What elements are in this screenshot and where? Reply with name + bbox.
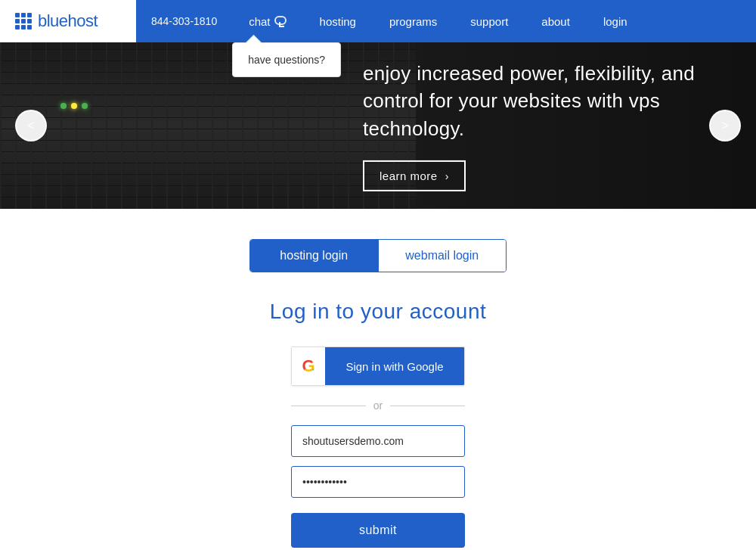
nav-support-label: support [470, 15, 508, 28]
learn-more-button[interactable]: learn more › [363, 160, 466, 191]
learn-more-label: learn more [380, 169, 438, 182]
nav-item-chat[interactable]: chat have questions? [232, 0, 302, 42]
hero-banner: < enjoy increased power, flexibility, an… [0, 42, 756, 209]
server-light-green2 [82, 103, 88, 109]
banner-prev-button[interactable]: < [15, 110, 47, 141]
banner-content: enjoy increased power, flexibility, and … [363, 60, 696, 191]
main-nav: chat have questions? hosting programs su… [232, 0, 643, 42]
logo-area[interactable]: bluehost [0, 0, 136, 42]
phone-number[interactable]: 844-303-1810 [136, 15, 232, 27]
google-g-icon: G [302, 356, 314, 376]
nav-item-login[interactable]: login [587, 0, 644, 42]
google-signin-button[interactable]: G Sign in with Google [291, 346, 465, 386]
google-icon-box: G [292, 347, 325, 385]
nav-item-support[interactable]: support [454, 0, 525, 42]
login-heading: Log in to your account [270, 300, 487, 324]
banner-title: enjoy increased power, flexibility, and … [363, 60, 696, 142]
nav-item-about[interactable]: about [525, 0, 587, 42]
nav-item-programs[interactable]: programs [373, 0, 454, 42]
password-field[interactable] [291, 466, 465, 498]
main-content: hosting login webmail login Log in to yo… [0, 209, 756, 550]
tab-webmail-login[interactable]: webmail login [379, 240, 507, 272]
nav-login-label: login [603, 15, 627, 28]
banner-next-button[interactable]: > [709, 110, 741, 141]
logo-text: bluehost [38, 11, 98, 31]
grid-icon [15, 13, 32, 30]
submit-button[interactable]: submit [291, 513, 465, 548]
dropdown-text: have questions? [248, 54, 325, 66]
tab-hosting-login[interactable]: hosting login [250, 240, 378, 272]
server-light-yellow [71, 103, 77, 109]
or-line-left [291, 406, 366, 406]
nav-about-label: about [541, 15, 570, 28]
header: bluehost 844-303-1810 chat have question… [0, 0, 756, 42]
chevron-right-icon: > [721, 118, 730, 134]
or-line-right [390, 406, 465, 406]
google-btn-label: Sign in with Google [325, 347, 464, 385]
or-label: or [373, 399, 383, 412]
login-tabs: hosting login webmail login [249, 239, 507, 272]
server-lights [60, 103, 88, 109]
login-section: Log in to your account G Sign in with Go… [15, 300, 741, 550]
chevron-left-icon: < [27, 118, 36, 134]
nav-item-hosting[interactable]: hosting [303, 0, 373, 42]
arrow-right-icon: › [445, 170, 449, 182]
email-field[interactable] [291, 425, 465, 457]
nav-chat-label: chat [249, 15, 270, 28]
nav-programs-label: programs [389, 15, 437, 28]
server-light-green [60, 103, 67, 109]
chat-bubble-icon [274, 16, 287, 25]
banner-server-image [0, 42, 416, 209]
or-divider: or [291, 399, 465, 412]
nav-hosting-label: hosting [320, 15, 356, 28]
chat-dropdown: have questions? [232, 42, 341, 77]
